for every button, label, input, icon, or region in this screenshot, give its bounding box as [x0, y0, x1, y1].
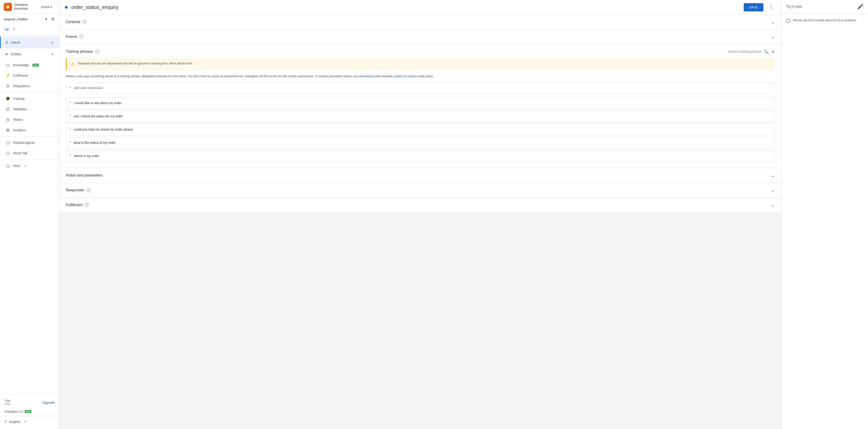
sidebar-item-training[interactable]: 🎓 Training: [0, 93, 59, 104]
sidebar-item-integrations[interactable]: ⊙ Integrations: [0, 81, 59, 91]
try-panel: Try it now 🎤 i Please use test console a…: [781, 0, 868, 429]
custom-link[interactable]: custom: [407, 74, 417, 78]
logo-text: Dialogflow Essentials: [14, 3, 28, 11]
sidebar-item-analytics[interactable]: ⊞ Analytics: [0, 125, 59, 135]
divider-mid: [0, 92, 59, 93]
quote-icon-phrase: ❝: [69, 127, 71, 132]
sidebar-item-smalltalk[interactable]: ◻ Small Talk: [0, 148, 59, 159]
search-training-label: Search training phrases: [728, 50, 762, 54]
sidebar: ◆ Dialogflow Essentials Global ▾ respond…: [0, 0, 59, 429]
action-params-section: Action and parameters ⌄: [59, 168, 781, 183]
add-lang-btn[interactable]: ＋: [11, 25, 17, 33]
sidebar-item-fulfillment[interactable]: ⚡ Fulfillment: [0, 70, 59, 81]
phrase-row[interactable]: ❝where is my order: [66, 150, 775, 162]
new-badge: new: [25, 410, 31, 413]
sidebar-item-knowledge[interactable]: ◻ Knowledge beta: [0, 60, 59, 70]
quote-icon-phrase: ❝: [69, 100, 71, 105]
validation-icon: ☑: [5, 107, 10, 112]
contexts-title: Contexts: [66, 20, 80, 24]
phrase-row[interactable]: ❝I would like to ask about my order: [66, 97, 775, 109]
phrase-row[interactable]: ❝what is the status of my order: [66, 137, 775, 148]
quote-icon-phrase: ❝: [69, 154, 71, 159]
sidebar-item-validation[interactable]: ☑ Validation: [0, 104, 59, 114]
support-icon: ?: [5, 420, 6, 424]
logo-icon: ◆: [4, 3, 12, 11]
phrase-text: could you help me check my order please: [74, 128, 133, 131]
events-chevron: ⌄: [771, 34, 775, 39]
global-selector[interactable]: Global ▾: [37, 4, 56, 10]
fulfillment-title: Fulfillment: [66, 203, 83, 207]
expression-input-row[interactable]: ❝: [66, 82, 775, 93]
system-link[interactable]: system: [394, 74, 403, 78]
phrase-text: where is my order: [74, 154, 99, 158]
add-intent-btn[interactable]: ＋: [50, 39, 55, 45]
search-training-area[interactable]: Search training phrases 🔍: [728, 49, 769, 54]
events-help-icon[interactable]: ?: [79, 35, 83, 39]
intents-icon: ☰: [5, 41, 8, 44]
agent-dropdown-btn[interactable]: ▾: [44, 16, 48, 23]
docs-icon: ◻: [5, 163, 10, 168]
knowledge-icon: ◻: [5, 63, 10, 68]
try-panel-header: Try it now 🎤: [781, 0, 868, 13]
divider-top: [0, 35, 59, 36]
sidebar-item-history[interactable]: ◷ History: [0, 114, 59, 125]
warning-link[interactable]: here.: [186, 62, 193, 65]
phrase-text: what is the status of my order: [74, 141, 116, 144]
events-title: Events: [66, 35, 77, 39]
upgrade-link[interactable]: Upgrade: [42, 401, 55, 404]
training-icon: 🎓: [5, 96, 10, 101]
responses-title: Responses: [66, 188, 84, 192]
expression-input[interactable]: [74, 86, 771, 90]
responses-chevron: ⌄: [771, 188, 775, 193]
contexts-header[interactable]: Contexts ? ⌄: [59, 14, 781, 29]
responses-help-icon[interactable]: ?: [86, 188, 91, 192]
contexts-help-icon[interactable]: ?: [83, 20, 87, 24]
save-button[interactable]: SAVE: [744, 3, 763, 11]
responses-section: Responses ? ⌄: [59, 183, 781, 198]
training-phrases-description: When a user says something similar to a …: [59, 74, 781, 82]
contexts-chevron: ⌄: [771, 19, 775, 25]
annotations-link[interactable]: annotations: [359, 74, 374, 78]
phrase-text: I would like to ask about my order: [74, 101, 122, 105]
training-phrases-help-icon[interactable]: ?: [95, 50, 99, 54]
try-panel-body: i Please use test console above to try a…: [781, 13, 868, 429]
agent-controls: ▾ ⚙: [44, 16, 56, 23]
dialogflow-cx-item[interactable]: Dialogflow CX new: [0, 408, 59, 415]
phrase-list: ❝I would like to ask about my order❝can …: [59, 95, 781, 168]
intent-content: Contexts ? ⌄ Events ? ⌄ Training phrases: [59, 14, 781, 429]
mic-icon[interactable]: 🎤: [857, 4, 863, 9]
fulfillment-header[interactable]: Fulfillment ? ⌄: [59, 198, 781, 212]
action-params-chevron: ⌄: [771, 173, 775, 178]
sidebar-item-support[interactable]: ? Support ↗: [0, 417, 59, 426]
events-section: Events ? ⌄: [59, 29, 781, 44]
fulfillment-chevron: ⌄: [771, 202, 775, 208]
sidebar-item-prebuilt[interactable]: ◻ Prebuilt Agents: [0, 137, 59, 148]
action-params-header[interactable]: Action and parameters ⌄: [59, 168, 781, 183]
add-entity-btn[interactable]: ＋: [50, 51, 55, 57]
prebuilt-icon: ◻: [5, 140, 10, 145]
agent-settings-btn[interactable]: ⚙: [50, 16, 56, 23]
events-header[interactable]: Events ? ⌄: [59, 29, 781, 44]
sidebar-logo-area: ◆ Dialogflow Essentials Global ▾: [0, 0, 59, 14]
smalltalk-icon: ◻: [5, 151, 10, 156]
responses-header[interactable]: Responses ? ⌄: [59, 183, 781, 197]
sidebar-item-entities[interactable]: ⊕ Entities ＋: [0, 48, 59, 60]
lang-badge[interactable]: en: [4, 27, 10, 32]
quote-icon-input: ❝: [69, 86, 71, 90]
quote-icon-phrase: ❝: [69, 114, 71, 119]
entities-icon: ⊕: [5, 52, 8, 56]
phrase-row[interactable]: ❝could you help me check my order please: [66, 124, 775, 135]
more-options-button[interactable]: ⋮: [767, 3, 776, 11]
agent-row: respond_chatbot ▾ ⚙: [0, 14, 59, 25]
contexts-section: Contexts ? ⌄: [59, 14, 781, 29]
phrase-row[interactable]: ❝can I check the status for my order: [66, 110, 775, 122]
training-phrases-section: Training phrases ? Search training phras…: [59, 44, 781, 168]
lang-row: en ＋: [0, 25, 59, 34]
sidebar-item-intents[interactable]: ☰ Intents ＋: [0, 36, 59, 48]
action-params-title: Action and parameters: [66, 173, 102, 177]
sidebar-item-docs[interactable]: ◻ Docs ↗: [0, 161, 59, 171]
warning-text: Template phrases are deprecated and will…: [78, 61, 193, 66]
fulfillment-help-icon[interactable]: ?: [85, 203, 89, 207]
trial-sub: Free: [5, 402, 10, 406]
analytics-icon: ⊞: [5, 128, 10, 133]
